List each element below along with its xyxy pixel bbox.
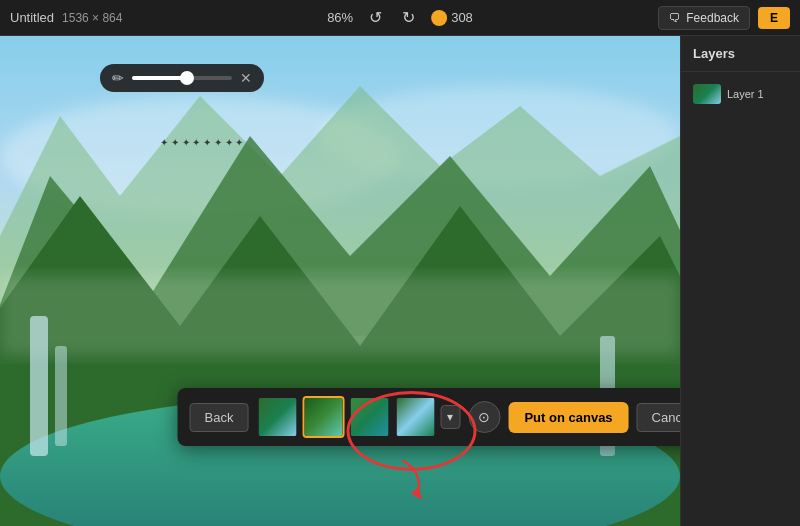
thumbnail-2[interactable] xyxy=(302,396,344,438)
brush-size-slider[interactable]: ✏ ✕ xyxy=(100,64,264,92)
brush-icon: ✏ xyxy=(112,70,124,86)
topbar-left: Untitled 1536 × 864 xyxy=(10,10,122,25)
thumbnail-4[interactable] xyxy=(394,396,436,438)
svg-rect-9 xyxy=(55,346,67,446)
thumb-image-1 xyxy=(258,398,296,436)
slider-track[interactable] xyxy=(132,76,232,80)
zoom-level[interactable]: 86% xyxy=(327,10,353,25)
put-on-canvas-button[interactable]: Put on canvas xyxy=(508,402,628,433)
slider-fill xyxy=(132,76,187,80)
feedback-button[interactable]: 🗨 Feedback xyxy=(658,6,750,30)
layer-name: Layer 1 xyxy=(727,88,764,100)
layer-thumbnail xyxy=(693,84,721,104)
topbar-center: 86% ↺ ↻ 308 xyxy=(327,6,473,29)
mountain-scene: ✦ ✦ ✦ ✦ ✦ ✦ ✦ ✦ xyxy=(0,36,680,526)
slider-thumb[interactable] xyxy=(180,71,194,85)
image-selection-toolbar: Back ▾ ⊙ Put xyxy=(178,388,680,446)
cancel-button[interactable]: Cancel xyxy=(637,403,680,432)
topbar: Untitled 1536 × 864 86% ↺ ↻ 308 🗨 Feedba… xyxy=(0,0,800,36)
layer-item[interactable]: Layer 1 xyxy=(689,80,792,108)
document-title: Untitled xyxy=(10,10,54,25)
settings-button[interactable]: ⊙ xyxy=(468,401,500,433)
thumbnail-3[interactable] xyxy=(348,396,390,438)
coin-icon xyxy=(431,10,447,26)
thumbnail-options: ▾ xyxy=(256,396,460,438)
topbar-right: 🗨 Feedback E xyxy=(658,6,790,30)
back-button[interactable]: Back xyxy=(190,403,249,432)
canvas-area[interactable]: ✦ ✦ ✦ ✦ ✦ ✦ ✦ ✦ ✏ ✕ Back xyxy=(0,36,680,526)
thumb-image-4 xyxy=(396,398,434,436)
thumb-image-3 xyxy=(350,398,388,436)
svg-text:✦ ✦ ✦ ✦ ✦ ✦ ✦ ✦: ✦ ✦ ✦ ✦ ✦ ✦ ✦ ✦ xyxy=(160,137,243,148)
thumbnail-1[interactable] xyxy=(256,396,298,438)
export-button[interactable]: E xyxy=(758,7,790,29)
canvas-background: ✦ ✦ ✦ ✦ ✦ ✦ ✦ ✦ ✏ ✕ Back xyxy=(0,36,680,526)
thumbnail-dropdown[interactable]: ▾ xyxy=(440,405,460,429)
thumb-image-2 xyxy=(304,398,342,436)
main-layout: ✦ ✦ ✦ ✦ ✦ ✦ ✦ ✦ ✏ ✕ Back xyxy=(0,36,800,526)
coins-area: 308 xyxy=(431,10,473,26)
svg-rect-8 xyxy=(30,316,48,456)
feedback-icon: 🗨 xyxy=(669,11,681,25)
feedback-label: Feedback xyxy=(686,11,739,25)
undo-button[interactable]: ↺ xyxy=(365,6,386,29)
redo-button[interactable]: ↻ xyxy=(398,6,419,29)
document-dimensions: 1536 × 864 xyxy=(62,11,122,25)
coins-count: 308 xyxy=(451,10,473,25)
layers-panel-title: Layers xyxy=(681,36,800,72)
close-icon[interactable]: ✕ xyxy=(240,70,252,86)
svg-rect-6 xyxy=(0,276,680,356)
layers-list: Layer 1 xyxy=(681,72,800,116)
layers-panel: Layers Layer 1 xyxy=(680,36,800,526)
